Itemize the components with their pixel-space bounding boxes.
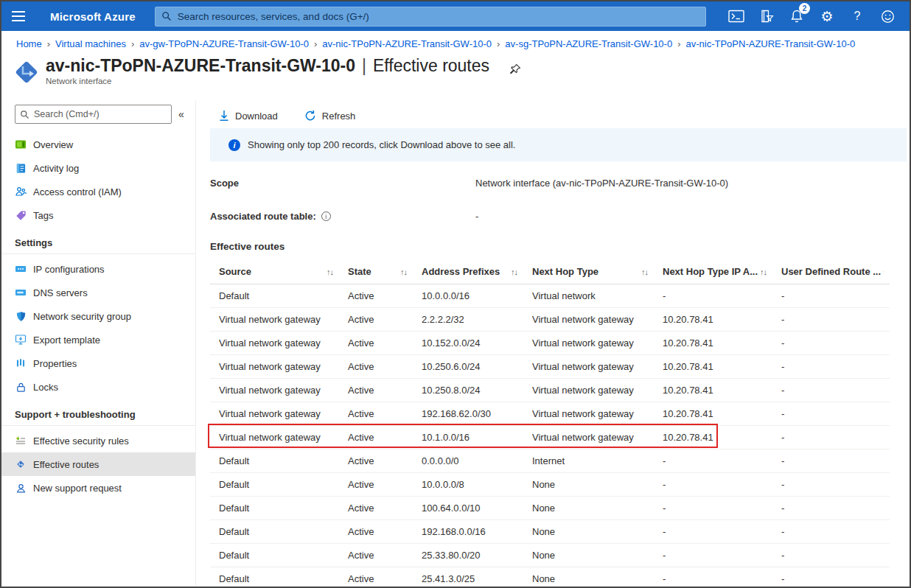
breadcrumb-link[interactable]: Virtual machines bbox=[55, 38, 126, 49]
sidebar-item-ip-configurations[interactable]: IP configurations bbox=[1, 257, 195, 281]
sidebar-item-label: Effective routes bbox=[33, 459, 99, 470]
sidebar-item-locks[interactable]: Locks bbox=[1, 375, 195, 399]
menu-search-box[interactable] bbox=[15, 105, 172, 124]
table-cell: Default bbox=[210, 473, 339, 497]
collapse-menu-button[interactable]: « bbox=[172, 108, 191, 120]
table-row[interactable]: Virtual network gatewayActive10.250.8.0/… bbox=[210, 379, 890, 402]
scope-label: Scope bbox=[210, 178, 475, 189]
breadcrumb-link[interactable]: av-sg-TPoPN-AZURE-Transit-GW-10-0 bbox=[505, 38, 672, 49]
table-row[interactable]: DefaultActive25.41.3.0/25None-- bbox=[210, 567, 890, 587]
directory-filter-icon[interactable] bbox=[755, 4, 778, 28]
page-view-name: Effective routes bbox=[373, 56, 489, 76]
export-template-icon bbox=[15, 334, 27, 346]
table-cell: - bbox=[654, 284, 772, 308]
help-icon[interactable]: ? bbox=[845, 4, 869, 28]
divider bbox=[1, 425, 195, 426]
column-header[interactable]: State↑↓ bbox=[339, 259, 413, 284]
menu-search-input[interactable] bbox=[34, 109, 167, 119]
sidebar-item-overview[interactable]: Overview bbox=[1, 133, 195, 156]
table-row[interactable]: Virtual network gatewayActive192.168.62.… bbox=[210, 402, 890, 426]
table-row[interactable]: Virtual network gatewayActive2.2.2.2/32V… bbox=[210, 308, 890, 332]
breadcrumb-link[interactable]: av-gw-TPoPN-AZURE-Transit-GW-10-0 bbox=[139, 38, 309, 49]
sidebar-item-label: Access control (IAM) bbox=[33, 186, 122, 197]
download-button[interactable]: Download bbox=[219, 110, 278, 122]
table-cell: Default bbox=[210, 544, 339, 567]
table-cell: Virtual network gateway bbox=[523, 332, 654, 355]
sidebar-item-effective-security-rules[interactable]: Effective security rules bbox=[1, 429, 195, 452]
breadcrumb-link[interactable]: av-nic-TPoPN-AZURE-Transit-GW-10-0 bbox=[686, 38, 856, 49]
sidebar-item-tags[interactable]: Tags bbox=[1, 203, 195, 227]
table-cell: - bbox=[772, 426, 890, 449]
sidebar-item-activity-log[interactable]: Activity log bbox=[1, 156, 195, 180]
column-header[interactable]: Source↑↓ bbox=[210, 259, 339, 284]
table-cell: 10.0.0.0/8 bbox=[413, 473, 523, 497]
table-cell: None bbox=[523, 567, 654, 587]
column-header[interactable]: User Defined Route ...↑↓ bbox=[772, 259, 890, 284]
overview-icon bbox=[15, 139, 27, 150]
sidebar-item-properties[interactable]: Properties bbox=[1, 351, 195, 375]
tags-icon bbox=[15, 209, 27, 221]
info-tooltip-icon[interactable]: i bbox=[321, 211, 331, 221]
resource-type-label: Network interface bbox=[46, 77, 521, 85]
table-row[interactable]: Virtual network gatewayActive10.1.0.0/16… bbox=[210, 426, 890, 449]
pin-icon[interactable] bbox=[509, 63, 521, 75]
table-header-row: Source↑↓State↑↓Address Prefixes↑↓Next Ho… bbox=[210, 259, 890, 284]
table-row[interactable]: Virtual network gatewayActive10.152.0.0/… bbox=[210, 332, 890, 355]
sidebar-item-new-support-request[interactable]: New support request bbox=[1, 476, 195, 500]
table-cell: Default bbox=[210, 567, 339, 587]
notification-badge: 2 bbox=[799, 3, 810, 14]
table-row[interactable]: DefaultActive192.168.0.0/16None-- bbox=[210, 520, 890, 544]
table-cell: Default bbox=[210, 284, 339, 308]
refresh-button[interactable]: Refresh bbox=[304, 110, 356, 122]
notifications-bell-icon[interactable]: 2 bbox=[785, 4, 809, 28]
table-cell: Virtual network gateway bbox=[523, 426, 654, 449]
breadcrumb-link[interactable]: Home bbox=[16, 38, 42, 49]
table-cell: Virtual network gateway bbox=[210, 379, 339, 402]
table-cell: Active bbox=[339, 520, 413, 544]
settings-gear-icon[interactable]: ⚙ bbox=[815, 4, 839, 28]
ip-configurations-icon bbox=[15, 263, 27, 275]
sidebar-item-label: New support request bbox=[33, 483, 122, 494]
sort-arrows-icon[interactable]: ↑↓ bbox=[641, 267, 648, 276]
table-row[interactable]: DefaultActive0.0.0.0/0Internet-- bbox=[210, 449, 890, 473]
table-cell: Active bbox=[339, 379, 413, 402]
sidebar-item-access-control[interactable]: Access control (IAM) bbox=[1, 180, 195, 203]
sort-arrows-icon[interactable]: ↑↓ bbox=[882, 267, 884, 276]
table-cell: - bbox=[654, 497, 772, 520]
table-row[interactable]: DefaultActive10.0.0.0/8None-- bbox=[210, 473, 890, 497]
global-search-box[interactable] bbox=[155, 7, 706, 27]
breadcrumb-link[interactable]: av-nic-TPoPN-AZURE-Transit-GW-10-0 bbox=[322, 38, 492, 49]
sidebar-item-label: IP configurations bbox=[33, 264, 105, 275]
effective-security-rules-icon bbox=[15, 435, 27, 447]
table-cell: - bbox=[772, 544, 890, 567]
global-search-input[interactable] bbox=[178, 11, 699, 22]
sort-arrows-icon[interactable]: ↑↓ bbox=[760, 267, 767, 276]
table-cell: - bbox=[772, 284, 890, 308]
sidebar-item-dns-servers[interactable]: DNS servers bbox=[1, 281, 195, 304]
table-row[interactable]: DefaultActive25.33.80.0/20None-- bbox=[210, 544, 890, 567]
routes-table-body: DefaultActive10.0.0.0/16Virtual network-… bbox=[210, 284, 890, 587]
table-row[interactable]: DefaultActive100.64.0.0/10None-- bbox=[210, 497, 890, 520]
page-title: av-nic-TPoPN-AZURE-Transit-GW-10-0 bbox=[46, 56, 355, 76]
sort-arrows-icon[interactable]: ↑↓ bbox=[511, 267, 517, 276]
column-header[interactable]: Address Prefixes↑↓ bbox=[413, 259, 523, 284]
table-cell: 10.20.78.41 bbox=[654, 332, 772, 355]
table-row[interactable]: DefaultActive10.0.0.0/16Virtual network-… bbox=[210, 284, 890, 308]
divider bbox=[1, 253, 195, 254]
azure-brand[interactable]: Microsoft Azure bbox=[50, 10, 136, 23]
info-banner: i Showing only top 200 records, click Do… bbox=[210, 128, 907, 161]
table-cell: - bbox=[772, 473, 890, 497]
sidebar-item-effective-routes[interactable]: Effective routes bbox=[1, 452, 195, 476]
feedback-smiley-icon[interactable] bbox=[876, 4, 899, 28]
table-row[interactable]: Virtual network gatewayActive10.250.6.0/… bbox=[210, 355, 890, 379]
hamburger-menu-button[interactable] bbox=[1, 1, 35, 31]
sidebar-item-export-template[interactable]: Export template bbox=[1, 328, 195, 351]
sidebar-item-label: Tags bbox=[33, 210, 53, 221]
sort-arrows-icon[interactable]: ↑↓ bbox=[327, 267, 333, 276]
column-header[interactable]: Next Hop Type↑↓ bbox=[523, 259, 654, 284]
sort-arrows-icon[interactable]: ↑↓ bbox=[400, 267, 407, 276]
sidebar-item-network-security-group[interactable]: Network security group bbox=[1, 304, 195, 328]
column-header[interactable]: Next Hop Type IP A...↑↓ bbox=[654, 259, 772, 284]
sidebar-item-label: Export template bbox=[33, 335, 100, 346]
cloud-shell-icon[interactable] bbox=[725, 4, 748, 28]
